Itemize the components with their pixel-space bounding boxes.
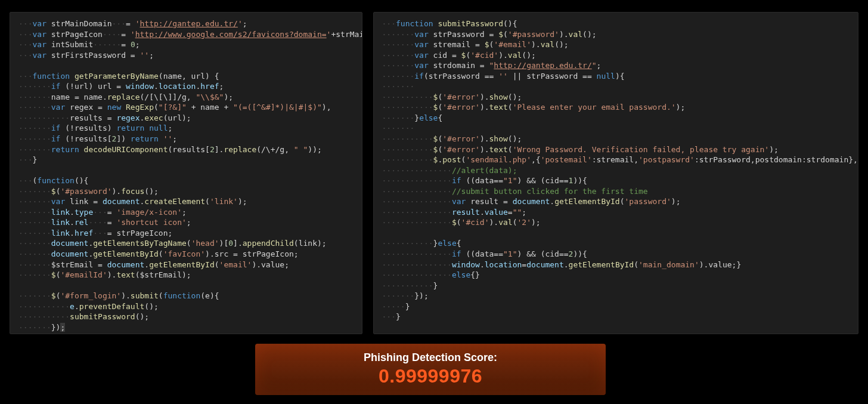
score-value: 0.99999976 xyxy=(379,365,482,387)
screenshot-root: ···var strMainDomain···= var strMainDoma… xyxy=(0,0,868,404)
code-panels-row: ···var strMainDomain···= var strMainDoma… xyxy=(0,0,868,334)
phishing-score-box: Phishing Detection Score: 0.99999976 xyxy=(255,344,606,395)
score-label: Phishing Detection Score: xyxy=(364,351,497,364)
code-block-left: ···var strMainDomain···= var strMainDoma… xyxy=(18,18,354,334)
code-block-right: ···function submitPassword(){ ·······var… xyxy=(382,18,850,322)
code-panel-right[interactable]: ···function submitPassword(){ ·······var… xyxy=(373,12,859,334)
code-panel-left[interactable]: ···var strMainDomain···= var strMainDoma… xyxy=(10,12,362,334)
